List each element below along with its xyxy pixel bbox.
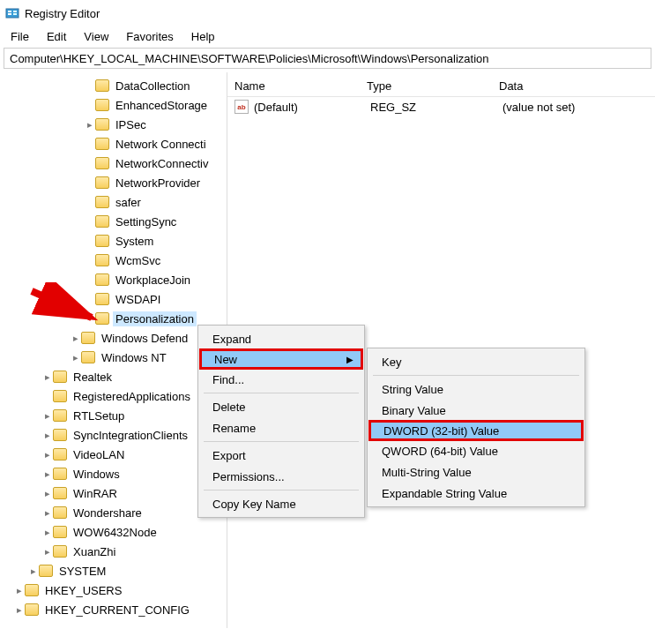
tree-node[interactable]: WinRAR <box>0 483 212 503</box>
menu-help[interactable]: Help <box>182 28 224 45</box>
tree-node[interactable]: NetworkConnectiv <box>0 154 212 173</box>
tree-node[interactable]: VideoLAN <box>0 445 212 464</box>
value-name: (Default) <box>254 101 370 114</box>
tree-label: WOW6432Node <box>71 525 160 540</box>
column-data[interactable]: Data <box>492 79 655 93</box>
ctx-export[interactable]: Export <box>200 445 362 466</box>
address-bar[interactable]: Computer\HKEY_LOCAL_MACHINE\SOFTWARE\Pol… <box>4 48 651 69</box>
tree-node[interactable]: XuanZhi <box>0 542 212 561</box>
menu-favorites[interactable]: Favorites <box>117 28 182 45</box>
tree-label: SYSTEM <box>56 564 108 579</box>
tree-node[interactable]: Windows <box>0 464 212 483</box>
folder-icon <box>25 603 39 616</box>
chevron-right-icon[interactable] <box>71 352 81 363</box>
tree-label: RTLSetup <box>71 408 127 423</box>
tree-node[interactable]: Realtek <box>0 367 212 386</box>
tree-node[interactable]: RegisteredApplications <box>0 386 212 406</box>
tree-label: Windows <box>71 467 123 482</box>
chevron-right-icon[interactable] <box>14 604 25 616</box>
tree-label: SyncIntegrationClients <box>71 428 190 443</box>
folder-icon <box>53 371 67 383</box>
ctx-new-qword[interactable]: QWORD (64-bit) Value <box>369 440 583 461</box>
values-header: Name Type Data <box>227 76 655 97</box>
ctx-delete[interactable]: Delete <box>200 396 362 417</box>
menu-edit[interactable]: Edit <box>38 28 75 45</box>
menu-view[interactable]: View <box>75 28 117 45</box>
ctx-new-multistring[interactable]: Multi-String Value <box>369 461 583 483</box>
value-type: REG_SZ <box>370 101 502 114</box>
ctx-find[interactable]: Find... <box>200 369 362 390</box>
column-name[interactable]: Name <box>227 79 360 93</box>
ctx-new[interactable]: New▶ <box>199 348 363 370</box>
folder-icon <box>95 254 109 266</box>
tree-label: RegisteredApplications <box>71 389 193 404</box>
tree-node[interactable]: EnhancedStorage <box>0 95 212 115</box>
column-type[interactable]: Type <box>360 79 492 93</box>
folder-icon <box>53 390 67 402</box>
value-row[interactable]: ab (Default) REG_SZ (value not set) <box>227 97 655 116</box>
titlebar: Registry Editor <box>0 0 655 26</box>
folder-icon <box>39 565 53 577</box>
folder-icon <box>53 545 67 558</box>
ctx-permissions[interactable]: Permissions... <box>200 466 362 487</box>
chevron-right-icon[interactable] <box>85 119 95 131</box>
chevron-right-icon[interactable] <box>42 546 53 558</box>
ctx-copy-key-name[interactable]: Copy Key Name <box>200 493 362 514</box>
ctx-separator <box>204 393 359 393</box>
ctx-new-string[interactable]: String Value <box>369 378 583 400</box>
context-menu-key: Expand New▶ Find... Delete Rename Export… <box>197 325 365 518</box>
chevron-right-icon[interactable] <box>42 527 53 538</box>
ctx-separator <box>204 490 359 490</box>
tree-node[interactable]: SettingSync <box>0 212 212 231</box>
chevron-right-icon[interactable] <box>42 507 53 519</box>
tree-label: EnhancedStorage <box>113 98 210 113</box>
chevron-right-icon[interactable] <box>42 410 53 422</box>
tree-node[interactable]: System <box>0 231 212 251</box>
tree-node[interactable]: HKEY_USERS <box>0 580 212 600</box>
tree-label: DataCollection <box>113 79 193 94</box>
folder-icon <box>95 118 109 131</box>
tree-node[interactable]: IPSec <box>0 115 212 134</box>
menu-file[interactable]: File <box>2 28 38 45</box>
tree-node[interactable]: Network Connecti <box>0 134 212 154</box>
tree-node[interactable]: SYSTEM <box>0 561 212 580</box>
chevron-right-icon[interactable] <box>28 565 39 577</box>
chevron-right-icon[interactable] <box>42 430 53 441</box>
folder-icon <box>95 196 109 208</box>
tree-node[interactable]: RTLSetup <box>0 406 212 425</box>
tree-node[interactable]: HKEY_CURRENT_CONFIG <box>0 600 212 619</box>
svg-line-5 <box>32 291 92 318</box>
chevron-right-icon[interactable] <box>14 585 25 596</box>
chevron-right-icon[interactable] <box>42 468 53 480</box>
tree-node[interactable]: safer <box>0 192 212 212</box>
tree-node[interactable]: SyncIntegrationClients <box>0 425 212 445</box>
tree-label: Wondershare <box>71 505 145 520</box>
folder-icon <box>53 487 67 499</box>
folder-icon <box>81 351 95 363</box>
folder-icon <box>53 468 67 480</box>
tree-node[interactable]: Windows NT <box>0 348 212 367</box>
ctx-new-expandstring[interactable]: Expandable String Value <box>369 483 583 504</box>
ctx-expand[interactable]: Expand <box>200 328 362 349</box>
chevron-right-icon[interactable] <box>42 488 53 499</box>
chevron-right-icon[interactable] <box>42 449 53 461</box>
ctx-rename[interactable]: Rename <box>200 417 362 438</box>
folder-icon <box>95 215 109 228</box>
folder-icon <box>95 235 109 247</box>
svg-rect-3 <box>13 11 17 12</box>
tree-node[interactable]: WOW6432Node <box>0 522 212 542</box>
ctx-new-binary[interactable]: Binary Value <box>369 400 583 421</box>
svg-rect-1 <box>8 11 11 12</box>
chevron-right-icon[interactable] <box>42 371 53 383</box>
tree-node[interactable]: NetworkProvider <box>0 173 212 192</box>
tree-node[interactable]: Wondershare <box>0 503 212 522</box>
svg-rect-2 <box>8 13 11 15</box>
tree-node[interactable]: WcmSvc <box>0 251 212 270</box>
tree-label: safer <box>113 195 144 210</box>
ctx-new-key[interactable]: Key <box>369 351 583 372</box>
tree-panel[interactable]: DataCollectionEnhancedStorageIPSecNetwor… <box>0 72 227 628</box>
folder-icon <box>95 99 109 111</box>
ctx-new-dword[interactable]: DWORD (32-bit) Value <box>368 420 584 441</box>
folder-icon <box>53 506 67 519</box>
tree-node[interactable]: DataCollection <box>0 76 212 95</box>
